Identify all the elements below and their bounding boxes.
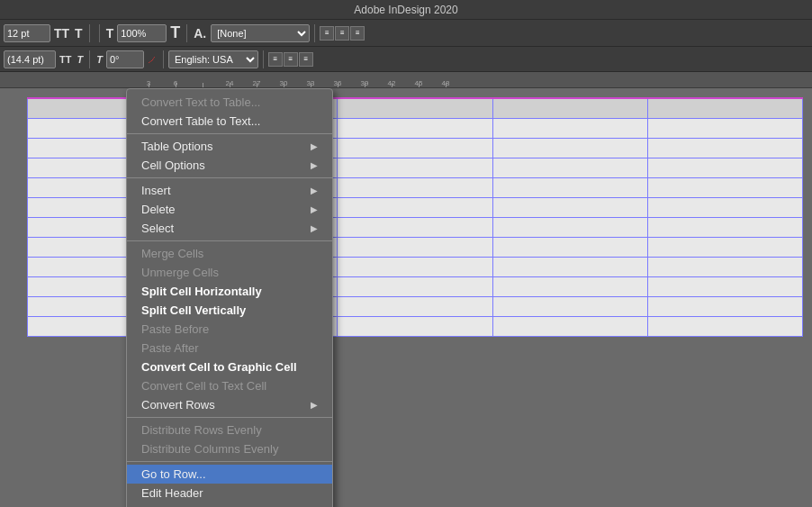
menu-item-label: Paste After — [141, 341, 318, 355]
ruler-mark-6: 6 — [162, 79, 189, 87]
table-cell[interactable] — [647, 118, 802, 138]
menu-item-paste-before[interactable]: Paste Before — [127, 320, 332, 339]
slash-icon: ⟋ — [146, 52, 158, 67]
ruler-mark-27: 27 — [243, 79, 270, 87]
table-cell[interactable] — [647, 138, 802, 158]
zoom-input[interactable] — [117, 24, 167, 42]
table-cell[interactable] — [492, 197, 647, 217]
menu-item-merge-cells[interactable]: Merge Cells — [127, 244, 332, 263]
menu-item-distribute-cols[interactable]: Distribute Columns Evenly — [127, 439, 332, 458]
menu-item-label: Cell Options — [141, 158, 311, 172]
align-group-2: ≡ ≡ ≡ — [268, 52, 313, 67]
font-size-input[interactable] — [4, 24, 50, 42]
table-cell[interactable] — [492, 217, 647, 237]
menu-item-edit-header[interactable]: Edit Header — [127, 484, 332, 502]
table-cell[interactable] — [492, 138, 647, 158]
table-cell[interactable] — [338, 138, 492, 158]
table-cell[interactable] — [492, 276, 647, 296]
rotate-group: T ⟋ — [95, 50, 158, 68]
align-right-btn[interactable]: ≡ — [350, 26, 365, 41]
align-center-btn-2[interactable]: ≡ — [284, 52, 298, 67]
table-cell[interactable] — [647, 177, 802, 197]
align-group-1: ≡ ≡ ≡ — [320, 26, 365, 41]
table-cell[interactable] — [647, 98, 802, 118]
ruler-mark-39: 39 — [351, 79, 378, 87]
table-cell[interactable] — [647, 257, 802, 276]
menu-item-convert-table-to-text[interactable]: Convert Table to Text... — [127, 112, 332, 131]
table-cell[interactable] — [338, 158, 492, 177]
ruler-mark-45: 45 — [405, 79, 432, 87]
align-right-btn-2[interactable]: ≡ — [299, 52, 313, 67]
table-cell[interactable] — [647, 237, 802, 257]
font-size-group: TT T — [4, 24, 85, 42]
table-cell[interactable] — [338, 118, 492, 138]
table-cell[interactable] — [338, 316, 492, 336]
table-area: Convert Text to Table... Convert Table t… — [0, 88, 812, 507]
menu-item-table-options[interactable]: Table Options ▶ — [127, 137, 332, 156]
ruler: 3 6 24 27 30 33 36 39 42 45 48 — [0, 72, 812, 88]
menu-item-label: Distribute Rows Evenly — [141, 423, 318, 437]
menu-item-go-to-row[interactable]: Go to Row... — [127, 465, 332, 484]
menu-item-cell-options[interactable]: Cell Options ▶ — [127, 156, 332, 175]
rotate-input[interactable] — [106, 50, 144, 68]
table-cell[interactable] — [338, 217, 492, 237]
table-cell[interactable] — [492, 118, 647, 138]
divider-6 — [163, 50, 164, 68]
menu-item-label: Convert Rows — [141, 398, 311, 412]
menu-item-delete[interactable]: Delete ▶ — [127, 200, 332, 219]
table-cell[interactable] — [492, 296, 647, 316]
menu-item-paste-after[interactable]: Paste After — [127, 339, 332, 358]
table-cell[interactable] — [647, 316, 802, 336]
menu-separator-4 — [127, 417, 332, 418]
menu-item-label: Unmerge Cells — [141, 266, 318, 279]
table-cell[interactable] — [338, 177, 492, 197]
table-cell[interactable] — [338, 257, 492, 276]
table-cell[interactable] — [647, 296, 802, 316]
table-cell[interactable] — [492, 98, 647, 118]
menu-item-convert-cell-graphic[interactable]: Convert Cell to Graphic Cell — [127, 358, 332, 376]
language-dropdown[interactable]: English: USA — [168, 50, 258, 68]
menu-item-insert[interactable]: Insert ▶ — [127, 181, 332, 200]
menu-item-convert-rows[interactable]: Convert Rows ▶ — [127, 395, 332, 414]
menu-item-split-cell-horizontally[interactable]: Split Cell Horizontally — [127, 282, 332, 301]
menu-item-label: Merge Cells — [141, 247, 318, 260]
app-title: Adobe InDesign 2020 — [354, 4, 457, 16]
table-cell[interactable] — [338, 197, 492, 217]
menu-item-select[interactable]: Select ▶ — [127, 219, 332, 238]
text-icon-tt: TT — [52, 26, 71, 41]
menu-item-label: Convert Table to Text... — [141, 114, 318, 128]
menu-separator-5 — [127, 461, 332, 462]
main-area: Convert Text to Table... Convert Table t… — [0, 88, 812, 507]
style-dropdown[interactable]: [None] — [211, 24, 310, 42]
menu-item-distribute-rows[interactable]: Distribute Rows Evenly — [127, 421, 332, 439]
table-cell[interactable] — [492, 316, 647, 336]
table-cell[interactable] — [492, 158, 647, 177]
leading-input[interactable] — [4, 50, 56, 68]
menu-item-label: Convert Cell to Text Cell — [141, 379, 318, 393]
ruler-mark-42: 42 — [378, 79, 405, 87]
ruler-mark-24: 24 — [216, 79, 243, 87]
menu-item-unmerge-cells[interactable]: Unmerge Cells — [127, 263, 332, 282]
menu-item-edit-footer[interactable]: Edit Footer — [127, 502, 332, 507]
align-center-btn[interactable]: ≡ — [335, 26, 349, 41]
menu-item-split-cell-vertically[interactable]: Split Cell Vertically — [127, 301, 332, 320]
table-cell[interactable] — [647, 276, 802, 296]
table-cell[interactable] — [338, 237, 492, 257]
table-cell[interactable] — [338, 296, 492, 316]
menu-item-label: Convert Cell to Graphic Cell — [141, 360, 318, 374]
align-left-btn-2[interactable]: ≡ — [268, 52, 283, 67]
menu-item-convert-cell-text[interactable]: Convert Cell to Text Cell — [127, 376, 332, 395]
leading-group: TT T — [4, 50, 85, 68]
table-cell[interactable] — [492, 177, 647, 197]
table-cell[interactable] — [647, 217, 802, 237]
table-cell[interactable] — [338, 98, 492, 118]
align-left-btn[interactable]: ≡ — [320, 26, 334, 41]
table-cell[interactable] — [647, 158, 802, 177]
table-cell[interactable] — [492, 257, 647, 276]
table-cell[interactable] — [647, 197, 802, 217]
menu-item-convert-text-to-table[interactable]: Convert Text to Table... — [127, 93, 332, 112]
menu-item-label: Split Cell Horizontally — [141, 285, 318, 298]
table-cell[interactable] — [492, 237, 647, 257]
submenu-arrow: ▶ — [311, 204, 318, 214]
table-cell[interactable] — [338, 276, 492, 296]
